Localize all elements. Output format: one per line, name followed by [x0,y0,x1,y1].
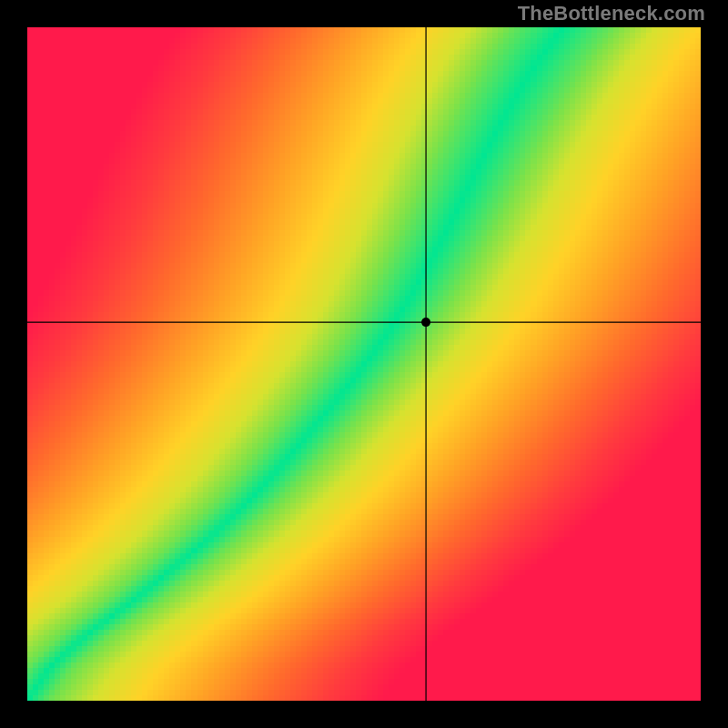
bottleneck-heatmap [27,27,701,701]
watermark-text: TheBottleneck.com [518,2,705,25]
heatmap-canvas [27,27,701,701]
